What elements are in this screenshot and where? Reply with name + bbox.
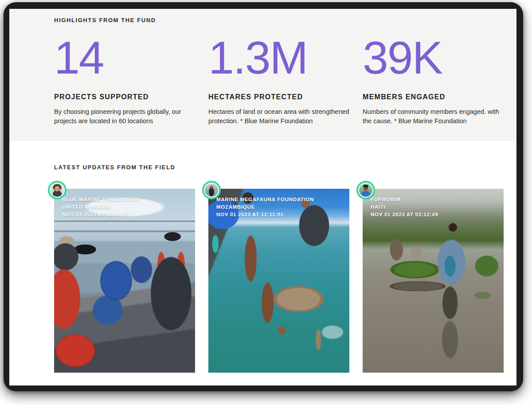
stat-description: Numbers of community members engaged. wi… — [363, 107, 504, 126]
stat-description: By choosing pioneering projects globally… — [54, 107, 195, 126]
post-location: UNITED KINGDOM — [62, 203, 191, 211]
update-card[interactable]: FOPROBIM HAITI NOV 01 2023 AT 03:12:49 — [363, 189, 504, 373]
post-timestamp: NOV 01 2023 AT 12:11:01 — [216, 211, 345, 218]
avatar-photo — [359, 183, 372, 197]
post-timestamp: NOV 02 2023 AT 10:04:49 — [62, 211, 191, 218]
post-avatar[interactable] — [48, 181, 66, 199]
updates-section: LATEST UPDATES FROM THE FIELD BLUE MARIN… — [9, 141, 516, 386]
stat-description: Hectares of land or ocean area with stre… — [208, 107, 349, 126]
page: HIGHLIGHTS FROM THE FUND 14 PROJECTS SUP… — [9, 9, 516, 386]
stat-hectares-protected: 1.3M HECTARES PROTECTED Hectares of land… — [208, 35, 349, 126]
stats-row: 14 PROJECTS SUPPORTED By choosing pionee… — [54, 35, 516, 126]
stat-label: HECTARES PROTECTED — [208, 92, 349, 102]
post-overlay: BLUE MARINE FOUNDATION UNITED KINGDOM NO… — [62, 196, 191, 218]
post-photo: MARINE MEGAFAUNA FOUNDATION MOZAMBIQUE N… — [208, 189, 349, 373]
update-cards-row: BLUE MARINE FOUNDATION UNITED KINGDOM NO… — [54, 189, 516, 373]
highlights-section: HIGHLIGHTS FROM THE FUND 14 PROJECTS SUP… — [9, 9, 516, 141]
stat-label: PROJECTS SUPPORTED — [54, 92, 195, 102]
stat-value: 39K — [363, 35, 504, 81]
post-timestamp: NOV 01 2023 AT 03:12:49 — [371, 211, 499, 218]
post-avatar[interactable] — [202, 181, 221, 199]
post-location: MOZAMBIQUE — [216, 203, 345, 211]
stat-label: MEMBERS ENGAGED — [363, 92, 504, 102]
stat-value: 14 — [54, 35, 195, 81]
stat-projects-supported: 14 PROJECTS SUPPORTED By choosing pionee… — [54, 35, 195, 126]
post-overlay: FOPROBIM HAITI NOV 01 2023 AT 03:12:49 — [371, 196, 499, 218]
post-organization: FOPROBIM — [371, 196, 499, 203]
update-card[interactable]: BLUE MARINE FOUNDATION UNITED KINGDOM NO… — [54, 189, 195, 373]
update-card[interactable]: MARINE MEGAFAUNA FOUNDATION MOZAMBIQUE N… — [208, 189, 349, 373]
stat-value: 1.3M — [208, 35, 349, 81]
stat-members-engaged: 39K MEMBERS ENGAGED Numbers of community… — [363, 35, 504, 126]
post-organization: MARINE MEGAFAUNA FOUNDATION — [216, 196, 345, 203]
post-avatar[interactable] — [356, 181, 375, 199]
post-overlay: MARINE MEGAFAUNA FOUNDATION MOZAMBIQUE N… — [216, 196, 345, 218]
post-location: HAITI — [371, 203, 499, 211]
post-photo: FOPROBIM HAITI NOV 01 2023 AT 03:12:49 — [363, 189, 504, 373]
updates-section-title: LATEST UPDATES FROM THE FIELD — [54, 164, 516, 171]
post-organization: BLUE MARINE FOUNDATION — [62, 196, 191, 203]
highlights-section-title: HIGHLIGHTS FROM THE FUND — [54, 17, 516, 24]
post-photo: BLUE MARINE FOUNDATION UNITED KINGDOM NO… — [54, 189, 195, 373]
avatar-photo — [205, 183, 218, 197]
avatar-photo — [51, 183, 64, 197]
